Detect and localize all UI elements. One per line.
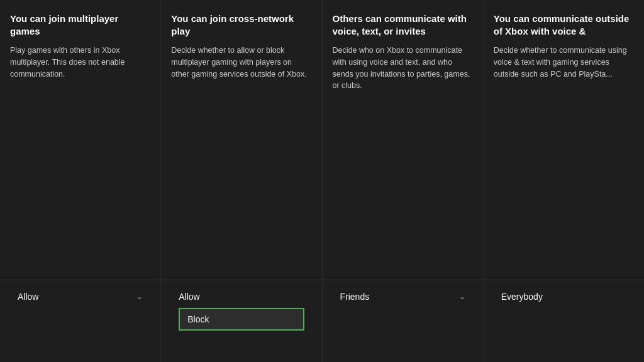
multiplayer-chevron-icon: ⌄ [136,292,143,301]
card-cross-network: You can join cross-network play Decide w… [161,0,322,280]
cards-row: You can join multiplayer games Play game… [0,0,644,280]
card-communicate-xbox-desc: Decide whether to communicate using voic… [494,45,634,80]
multiplayer-dropdown-label: Allow [18,292,38,302]
card-communicate-others: Others can communicate with voice, text,… [323,0,484,280]
control-multiplayer: Allow ⌄ [0,280,161,362]
card-communicate-xbox-title: You can communicate outside of Xbox with… [494,13,634,37]
communicate-others-dropdown-label: Friends [340,292,370,302]
multiplayer-dropdown[interactable]: Allow ⌄ [10,287,150,307]
card-multiplayer-games-title: You can join multiplayer games [10,13,150,37]
control-communicate-others: Friends ⌄ [323,280,484,362]
control-cross-network: Allow Block [161,280,322,362]
card-cross-network-desc: Decide whether to allow or block multipl… [171,45,311,80]
card-multiplayer-games-desc: Play games with others in Xbox multiplay… [10,45,150,80]
communicate-others-dropdown[interactable]: Friends ⌄ [333,287,473,307]
cross-network-block-label: Block [187,314,209,324]
control-communicate-xbox: Everybody [484,280,644,362]
main-container: You can join multiplayer games Play game… [0,0,644,362]
card-multiplayer-games: You can join multiplayer games Play game… [0,0,161,280]
communicate-others-chevron-icon: ⌄ [459,292,465,301]
card-cross-network-title: You can join cross-network play [171,13,311,37]
cross-network-selected-label[interactable]: Allow [179,287,304,307]
card-communicate-others-title: Others can communicate with voice, text,… [333,13,473,37]
cross-network-dropdown: Allow Block [171,287,311,331]
cross-network-block-option[interactable]: Block [179,308,304,331]
communicate-xbox-value: Everybody [494,287,634,307]
controls-row: Allow ⌄ Allow Block Friends ⌄ Everybody [0,280,644,362]
card-communicate-xbox: You can communicate outside of Xbox with… [484,0,644,280]
card-communicate-others-desc: Decide who on Xbox to communicate with u… [333,45,473,92]
